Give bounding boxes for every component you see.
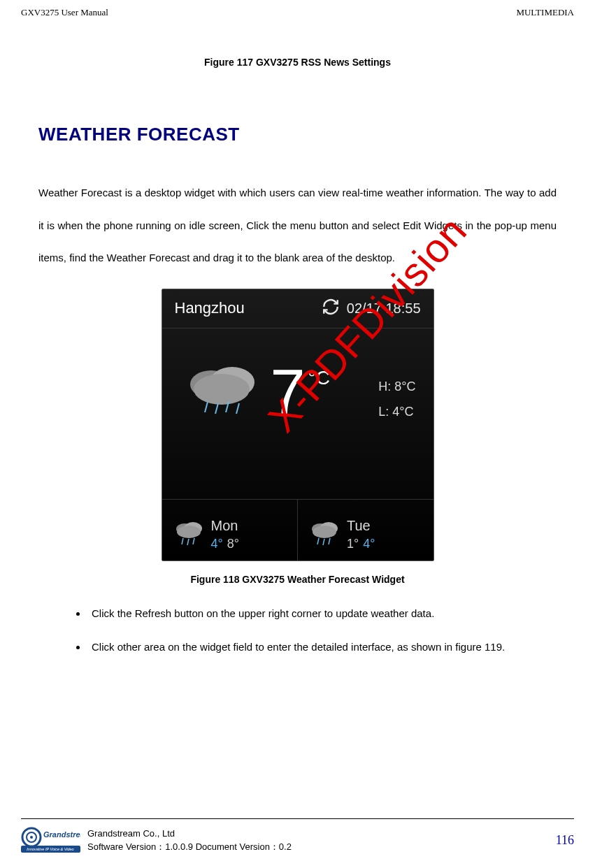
header-right: MULTIMEDIA (516, 7, 574, 18)
lo-value: 4°C (392, 405, 413, 419)
svg-line-18 (329, 538, 330, 544)
widget-temperature: 7 °C (271, 356, 330, 428)
page-header: GXV3275 User Manual MULTIMEDIA (21, 7, 574, 22)
widget-city: Hangzhou (175, 299, 245, 317)
day-name: Tue (347, 516, 375, 535)
svg-line-10 (182, 538, 183, 544)
svg-line-3 (205, 402, 208, 412)
svg-text:Grandstream: Grandstream (43, 830, 80, 839)
section-title: WEATHER FORECAST (38, 124, 557, 145)
svg-line-17 (323, 539, 324, 545)
svg-point-9 (177, 526, 201, 538)
forecast-day-mon: Mon 4°8° (162, 500, 299, 561)
svg-line-11 (187, 539, 189, 545)
svg-line-16 (317, 538, 319, 544)
widget-datetime: 02/17 18:55 (347, 301, 421, 317)
hi-label: H: (378, 379, 391, 393)
temp-value: 7 (271, 356, 306, 428)
hi-value: 8°C (394, 379, 415, 393)
cloud-rain-small-icon (171, 519, 207, 550)
footer-company: Grandstream Co., Ltd (87, 827, 556, 841)
lo-label: L: (378, 405, 389, 419)
weather-widget[interactable]: Hangzhou 02/17 18:55 (162, 289, 434, 561)
svg-line-6 (236, 403, 239, 414)
page-number: 116 (556, 833, 574, 848)
footer-version: Software Version：1.0.0.9 Document Versio… (87, 840, 556, 854)
weather-widget-main[interactable]: 7 °C H: 8°C L: 4°C (162, 328, 433, 500)
day-lo: 1° (347, 537, 359, 551)
forecast-day-tue: Tue 1°4° (298, 500, 433, 561)
svg-point-21 (30, 836, 33, 839)
weather-widget-forecast[interactable]: Mon 4°8° (162, 500, 433, 561)
list-item: Click other area on the widget field to … (87, 639, 557, 656)
day-name: Mon (211, 516, 239, 535)
figure-117-caption: Figure 117 GXV3275 RSS News Settings (38, 57, 557, 68)
cloud-rain-small-icon (306, 519, 343, 550)
list-item: Click the Refresh button on the upper ri… (87, 606, 557, 622)
bullet-list: Click the Refresh button on the upper ri… (38, 606, 557, 656)
figure-118-caption: Figure 118 GXV3275 Weather Forecast Widg… (38, 574, 557, 585)
header-left: GXV3275 User Manual (21, 7, 108, 18)
page-footer: Grandstream Innovative IP Voice & Video … (21, 818, 574, 855)
temp-unit: °C (308, 367, 330, 389)
day-lo: 4° (211, 537, 223, 551)
section-body: Weather Forecast is a desktop widget wit… (38, 177, 557, 275)
svg-text:Innovative IP Voice & Video: Innovative IP Voice & Video (27, 847, 73, 851)
svg-line-4 (215, 403, 218, 414)
refresh-icon[interactable] (322, 298, 340, 319)
svg-line-12 (193, 538, 194, 544)
footer-text: Grandstream Co., Ltd Software Version：1.… (87, 827, 556, 854)
day-hi: 4° (363, 537, 375, 551)
day-hi: 8° (227, 537, 239, 551)
widget-hilo: H: 8°C L: 4°C (378, 374, 415, 424)
grandstream-logo-icon: Grandstream Innovative IP Voice & Video (21, 825, 87, 855)
svg-point-2 (194, 374, 250, 405)
svg-point-15 (313, 526, 336, 538)
weather-widget-header: Hangzhou 02/17 18:55 (162, 289, 433, 328)
